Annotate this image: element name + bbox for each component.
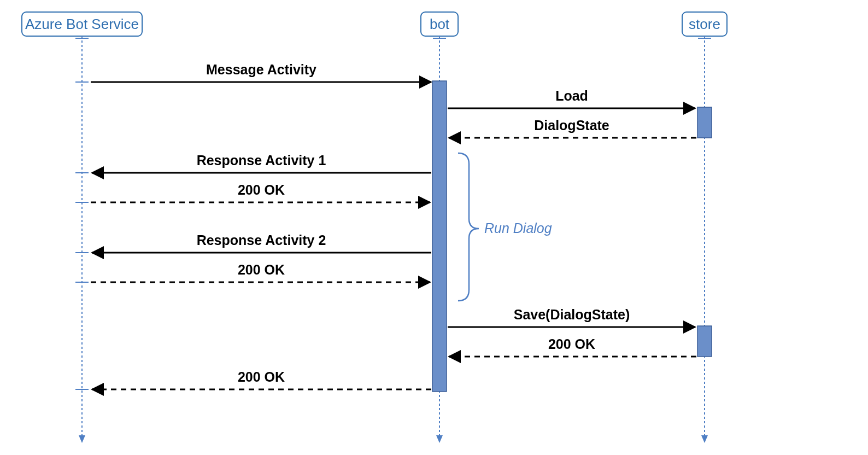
- activation-store-2: [697, 326, 712, 357]
- svg-text:Run Dialog: Run Dialog: [484, 220, 552, 236]
- actor-store-label: store: [689, 16, 720, 32]
- msg-message-activity: Message Activity: [91, 62, 431, 82]
- activation-store-1: [697, 107, 712, 138]
- actor-azure: Azure Bot Service: [22, 12, 142, 443]
- msg-ok-final: 200 OK: [92, 369, 431, 389]
- svg-text:Message Activity: Message Activity: [206, 62, 316, 77]
- msg-response-1: Response Activity 1: [92, 153, 431, 173]
- svg-text:Response Activity 2: Response Activity 2: [197, 232, 326, 248]
- svg-text:200 OK: 200 OK: [238, 182, 285, 197]
- svg-text:Response Activity 1: Response Activity 1: [197, 153, 326, 168]
- actor-azure-label: Azure Bot Service: [25, 16, 139, 32]
- actor-store: store: [682, 12, 727, 443]
- activation-bot: [432, 81, 447, 392]
- svg-text:200 OK: 200 OK: [238, 262, 285, 277]
- svg-text:Save(DialogState): Save(DialogState): [514, 307, 630, 322]
- svg-marker-10: [701, 435, 708, 443]
- actor-bot-label: bot: [430, 16, 450, 32]
- svg-text:Load: Load: [555, 88, 588, 103]
- sequence-diagram: Azure Bot Service bot store Message Acti…: [0, 0, 868, 455]
- msg-response-2: Response Activity 2: [92, 232, 431, 253]
- msg-ok-2: 200 OK: [91, 262, 430, 282]
- svg-marker-6: [436, 435, 443, 443]
- msg-ok-save: 200 OK: [449, 336, 696, 357]
- msg-save: Save(DialogState): [448, 307, 695, 327]
- svg-text:200 OK: 200 OK: [548, 336, 595, 352]
- note-run-dialog: Run Dialog: [458, 153, 552, 301]
- msg-ok-1: 200 OK: [91, 182, 430, 202]
- msg-load: Load: [448, 88, 695, 108]
- msg-dialogstate: DialogState: [449, 118, 696, 138]
- svg-text:DialogState: DialogState: [534, 118, 609, 133]
- svg-text:200 OK: 200 OK: [238, 369, 285, 384]
- svg-marker-2: [79, 435, 85, 443]
